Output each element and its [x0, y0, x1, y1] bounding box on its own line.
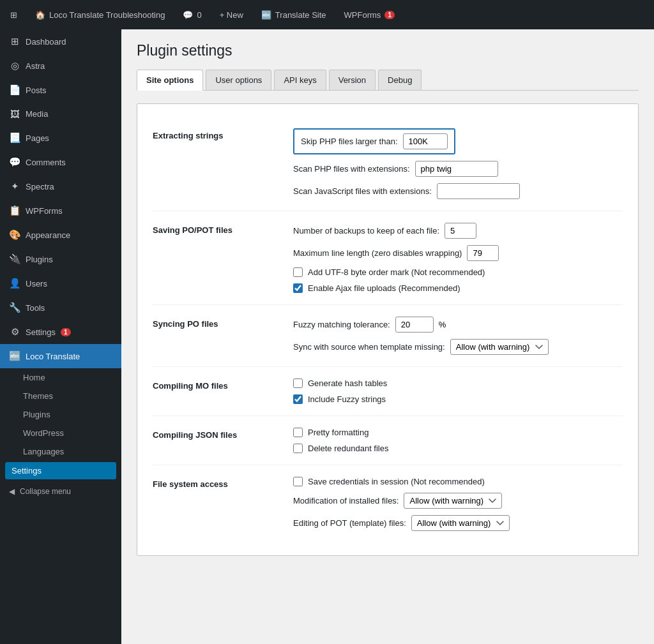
section-controls-compiling-mo: Generate hash tables Include Fuzzy strin…	[293, 378, 623, 404]
fuzzy-strings-checkbox[interactable]	[293, 394, 303, 404]
posts-icon: 📄	[9, 84, 20, 96]
section-label-file-system: File system access	[153, 477, 280, 531]
skip-php-input[interactable]	[403, 133, 448, 149]
new-link[interactable]: + New	[216, 0, 247, 29]
scan-js-row: Scan JavaScript files with extensions:	[293, 183, 623, 199]
comments-link[interactable]: 💬 0	[179, 0, 205, 29]
sidebar-item-astra[interactable]: ◎ Astra	[0, 54, 121, 78]
wpforms-link[interactable]: WPForms 1	[340, 0, 399, 29]
fuzzy-tolerance-row: Fuzzy matching tolerance: %	[293, 317, 623, 333]
main-layout: ⊞ Dashboard ◎ Astra 📄 Posts 🖼 Media 📃 Pa…	[0, 29, 654, 644]
appearance-icon: 🎨	[9, 229, 20, 241]
line-length-label: Maximum line length (zero disables wrapp…	[293, 248, 462, 258]
translate-site-link[interactable]: 🔤 Translate Site	[257, 0, 330, 29]
tab-site-options[interactable]: Site options	[137, 70, 203, 91]
editing-pot-row: Editing of POT (template) files: Allow (…	[293, 515, 623, 531]
site-title[interactable]: 🏠 Loco Translate Troubleshooting	[31, 0, 169, 29]
hash-tables-checkbox[interactable]	[293, 378, 303, 388]
collapse-menu-button[interactable]: ◀ Collapse menu	[0, 481, 121, 502]
sidebar: ⊞ Dashboard ◎ Astra 📄 Posts 🖼 Media 📃 Pa…	[0, 29, 121, 644]
editing-pot-select[interactable]: Allow (with warning) Always Never	[411, 515, 510, 531]
delete-redundant-row: Delete redundant files	[293, 444, 623, 453]
tabs: Site options User options API keys Versi…	[137, 70, 639, 91]
sidebar-item-loco-plugins[interactable]: Plugins	[0, 405, 121, 424]
sidebar-item-loco-wordpress[interactable]: WordPress	[0, 424, 121, 442]
sidebar-item-plugins[interactable]: 🔌 Plugins	[0, 247, 121, 271]
scan-js-input[interactable]	[437, 183, 520, 199]
comments-icon: 💬	[183, 10, 193, 20]
sidebar-item-pages[interactable]: 📃 Pages	[0, 126, 121, 150]
sidebar-item-wpforms[interactable]: 📋 WPForms	[0, 198, 121, 223]
pretty-formatting-label: Pretty formatting	[308, 428, 369, 437]
collapse-icon: ◀	[9, 487, 15, 496]
sidebar-item-tools[interactable]: 🔧 Tools	[0, 296, 121, 320]
section-controls-syncing: Fuzzy matching tolerance: % Sync with so…	[293, 317, 623, 355]
sidebar-item-loco-languages[interactable]: Languages	[0, 442, 121, 461]
sidebar-item-users[interactable]: 👤 Users	[0, 271, 121, 296]
skip-php-row: Skip PHP files larger than:	[293, 128, 623, 154]
utf8-bom-checkbox[interactable]	[293, 267, 303, 277]
save-credentials-checkbox[interactable]	[293, 477, 303, 486]
spectra-icon: ✦	[9, 181, 20, 192]
percent-symbol: %	[439, 320, 446, 329]
hash-tables-row: Generate hash tables	[293, 378, 623, 388]
fuzzy-strings-row: Include Fuzzy strings	[293, 394, 623, 404]
wp-logo[interactable]: ⊞	[6, 0, 21, 29]
sync-source-row: Sync with source when template missing: …	[293, 339, 623, 355]
backups-input[interactable]	[445, 223, 476, 239]
section-label-compiling-mo: Compiling MO files	[153, 378, 280, 404]
sidebar-item-loco-settings[interactable]: Settings	[5, 462, 116, 479]
content-area: Plugin settings Site options User option…	[121, 29, 654, 644]
backups-row: Number of backups to keep of each file:	[293, 223, 623, 239]
tab-api-keys[interactable]: API keys	[274, 70, 326, 90]
section-controls-saving: Number of backups to keep of each file: …	[293, 223, 623, 293]
tools-icon: 🔧	[9, 302, 20, 313]
pretty-formatting-checkbox[interactable]	[293, 428, 303, 437]
sidebar-item-posts[interactable]: 📄 Posts	[0, 78, 121, 102]
scan-php-input[interactable]	[415, 161, 498, 177]
section-controls-file-system: Save credentials in session (Not recomme…	[293, 477, 623, 531]
scan-php-label: Scan PHP files with extensions:	[293, 164, 410, 174]
sidebar-item-media[interactable]: 🖼 Media	[0, 102, 121, 126]
line-length-input[interactable]	[467, 245, 499, 261]
section-compiling-json: Compiling JSON files Pretty formatting D…	[153, 416, 623, 465]
ajax-upload-label: Enable Ajax file uploads (Recommended)	[308, 283, 460, 293]
save-credentials-row: Save credentials in session (Not recomme…	[293, 477, 623, 486]
admin-bar: ⊞ 🏠 Loco Translate Troubleshooting 💬 0 +…	[0, 0, 654, 29]
pages-icon: 📃	[9, 132, 20, 144]
settings-badge: 1	[61, 328, 71, 336]
tab-debug[interactable]: Debug	[378, 70, 422, 90]
section-label-saving: Saving PO/POT files	[153, 223, 280, 293]
section-syncing-po: Syncing PO files Fuzzy matching toleranc…	[153, 305, 623, 367]
tab-version[interactable]: Version	[329, 70, 376, 90]
sidebar-item-comments[interactable]: 💬 Comments	[0, 150, 121, 174]
section-saving-po: Saving PO/POT files Number of backups to…	[153, 211, 623, 305]
fuzzy-tolerance-input[interactable]	[395, 317, 434, 333]
comments-icon: 💬	[9, 156, 20, 168]
loco-submenu: Home Themes Plugins WordPress Languages …	[0, 368, 121, 479]
wp-logo-icon: ⊞	[10, 10, 17, 20]
fuzzy-tolerance-label: Fuzzy matching tolerance:	[293, 320, 390, 329]
tab-user-options[interactable]: User options	[206, 70, 271, 90]
sidebar-item-spectra[interactable]: ✦ Spectra	[0, 174, 121, 198]
dashboard-icon: ⊞	[9, 36, 20, 47]
scan-php-row: Scan PHP files with extensions:	[293, 161, 623, 177]
delete-redundant-checkbox[interactable]	[293, 444, 303, 453]
sidebar-item-loco-translate[interactable]: 🔤 Loco Translate	[0, 344, 121, 368]
sidebar-item-dashboard[interactable]: ⊞ Dashboard	[0, 29, 121, 54]
sync-source-select[interactable]: Allow (with warning) Always Never	[450, 339, 549, 355]
plugins-icon: 🔌	[9, 253, 20, 265]
sidebar-item-appearance[interactable]: 🎨 Appearance	[0, 223, 121, 247]
sidebar-item-loco-themes[interactable]: Themes	[0, 387, 121, 405]
section-compiling-mo: Compiling MO files Generate hash tables …	[153, 367, 623, 416]
sidebar-item-settings[interactable]: ⚙ Settings 1	[0, 320, 121, 344]
ajax-upload-checkbox[interactable]	[293, 283, 303, 293]
section-controls-extracting: Skip PHP files larger than: Scan PHP fil…	[293, 128, 623, 199]
utf8-bom-row: Add UTF-8 byte order mark (Not recommend…	[293, 267, 623, 277]
sidebar-item-loco-home[interactable]: Home	[0, 368, 121, 387]
section-label-compiling-json: Compiling JSON files	[153, 428, 280, 453]
fuzzy-strings-label: Include Fuzzy strings	[308, 394, 386, 404]
modification-select[interactable]: Allow (with warning) Always Never	[404, 493, 502, 509]
hash-tables-label: Generate hash tables	[308, 378, 387, 388]
section-label-extracting: Extracting strings	[153, 128, 280, 199]
